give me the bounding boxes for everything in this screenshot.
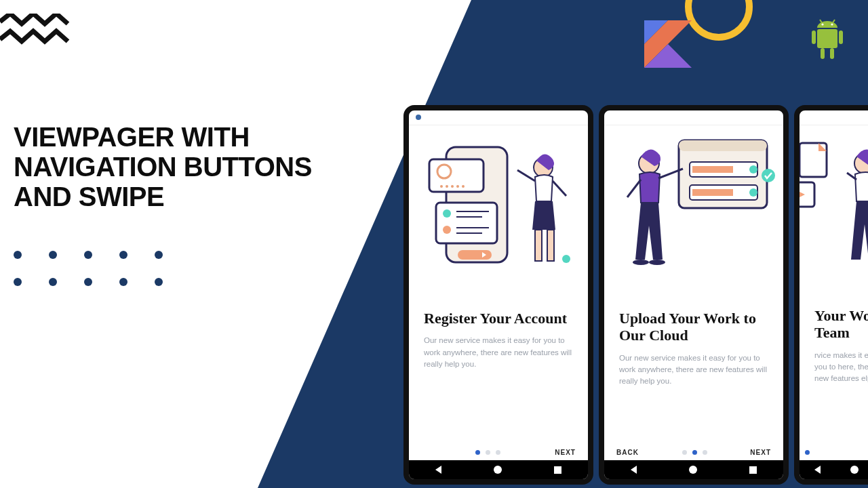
svg-point-12 (831, 23, 833, 25)
svg-point-43 (749, 188, 757, 197)
svg-rect-32 (547, 230, 554, 261)
onboarding-illustration-3 (800, 125, 868, 295)
svg-rect-39 (692, 166, 733, 173)
svg-point-35 (562, 255, 570, 263)
onboarding-illustration-2 (604, 125, 783, 298)
next-button[interactable]: NEXT (555, 449, 576, 456)
svg-rect-5 (812, 30, 816, 44)
svg-point-17 (446, 185, 448, 188)
phone-screen-1: Register Your Account Our new service ma… (403, 105, 593, 485)
svg-rect-37 (679, 140, 767, 151)
nav-back-icon[interactable] (814, 466, 821, 474)
svg-rect-31 (535, 230, 542, 261)
svg-line-33 (517, 170, 535, 181)
svg-line-34 (553, 181, 566, 196)
screen-body: rvice makes it easy for you to here, the… (814, 350, 868, 385)
phone-mockups-row: Register Your Account Our new service ma… (403, 105, 868, 485)
screen-body: Our new service makes it easy for you to… (619, 352, 768, 388)
nav-recents-icon[interactable] (554, 466, 561, 474)
svg-point-49 (649, 260, 665, 265)
onboarding-illustration-1 (409, 125, 588, 298)
svg-point-20 (462, 185, 465, 188)
svg-point-40 (749, 165, 757, 174)
svg-point-11 (821, 23, 823, 25)
page-indicator (475, 450, 500, 455)
nav-home-icon[interactable] (850, 466, 859, 474)
phone-screen-3: Your Work Team rvice makes it easy for y… (794, 105, 868, 485)
svg-rect-8 (830, 48, 834, 59)
kotlin-logo-icon (644, 20, 692, 68)
nav-back-icon[interactable] (435, 466, 441, 474)
nav-home-icon[interactable] (689, 466, 697, 474)
android-navbar[interactable] (604, 460, 783, 479)
svg-rect-28 (458, 250, 492, 260)
svg-point-25 (443, 226, 451, 234)
svg-rect-4 (817, 29, 837, 48)
svg-point-22 (443, 209, 451, 218)
phone-screen-2: Upload Your Work to Our Cloud Our new se… (599, 105, 789, 485)
svg-rect-6 (839, 30, 843, 44)
screen-heading: Your Work Team (794, 307, 868, 342)
svg-rect-7 (821, 48, 825, 59)
svg-rect-42 (692, 189, 733, 196)
status-bar (604, 110, 783, 125)
page-title: VIEWPAGER WITH NAVIGATION BUTTONS AND SW… (14, 122, 366, 211)
android-logo-icon (807, 17, 848, 67)
screen-heading: Upload Your Work to Our Cloud (619, 310, 768, 344)
status-bar (800, 110, 868, 125)
nav-home-icon[interactable] (494, 466, 502, 474)
svg-line-47 (627, 180, 641, 197)
svg-rect-14 (429, 159, 484, 192)
svg-point-19 (456, 185, 459, 188)
page-indicator (682, 450, 707, 455)
android-navbar[interactable] (409, 460, 588, 479)
svg-point-48 (633, 260, 649, 265)
next-button[interactable]: NEXT (750, 449, 771, 456)
dot-grid-decoration (14, 251, 190, 305)
nav-recents-icon[interactable] (749, 466, 757, 474)
status-bar (409, 110, 588, 125)
screen-body: Our new service makes it easy for you to… (424, 335, 573, 370)
nav-back-icon[interactable] (631, 466, 637, 474)
svg-point-16 (440, 185, 443, 188)
android-navbar[interactable] (800, 460, 868, 479)
page-indicator (794, 450, 810, 455)
back-button[interactable]: BACK (616, 449, 639, 456)
svg-rect-21 (436, 203, 497, 243)
zigzag-decoration (0, 14, 75, 51)
svg-point-18 (451, 185, 454, 188)
screen-heading: Register Your Account (424, 310, 573, 327)
